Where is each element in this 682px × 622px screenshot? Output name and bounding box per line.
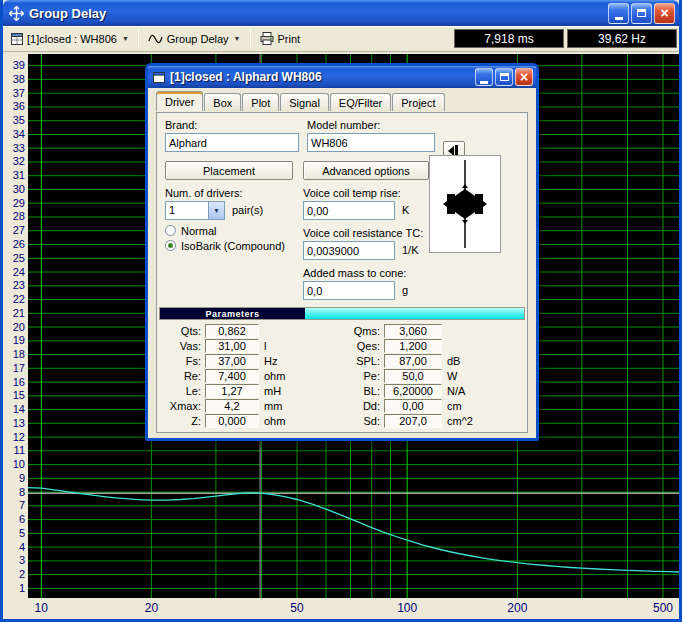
parameter-value[interactable]: 6,20000 — [384, 384, 442, 398]
y-tick-label: 9 — [5, 472, 25, 484]
y-tick-label: 31 — [5, 169, 25, 181]
parameter-unit: ohm — [264, 370, 285, 382]
parameter-value[interactable]: 87,00 — [384, 354, 442, 368]
parameter-unit: ohm — [264, 415, 285, 427]
model-input[interactable] — [307, 133, 435, 152]
parameter-row: Xmax: 4,2 mm — [159, 398, 342, 413]
y-tick-label: 3 — [5, 554, 25, 566]
parameter-label: Dd: — [342, 400, 380, 412]
num-drivers-combo[interactable]: 1 ▼ — [165, 201, 225, 220]
dialog-tab[interactable]: Driver — [156, 91, 203, 111]
dialog-titlebar[interactable]: [1]closed : Alphard WH806 × — [148, 66, 536, 88]
minimize-button[interactable] — [608, 3, 629, 24]
parameter-row: Qes: 1,200 — [342, 338, 525, 353]
vc-temp-input[interactable] — [303, 201, 395, 220]
y-tick-label: 32 — [5, 155, 25, 167]
dialog-maximize-button[interactable] — [495, 68, 513, 86]
y-tick-label: 21 — [5, 307, 25, 319]
y-tick-label: 36 — [5, 100, 25, 112]
y-tick-label: 23 — [5, 279, 25, 291]
combo-caret-icon[interactable]: ▼ — [208, 202, 224, 219]
parameters-header-label: Parameters — [160, 308, 305, 319]
chart-y-axis: 3938373635343332313029282726252423222120… — [3, 54, 28, 598]
window-titlebar[interactable]: Group Delay × — [3, 0, 679, 26]
vc-tc-input[interactable] — [303, 241, 395, 260]
dialog-close-button[interactable]: × — [515, 68, 533, 86]
dialog-tab[interactable]: Box — [204, 93, 241, 111]
added-mass-input[interactable] — [303, 281, 395, 300]
parameter-value[interactable]: 1,200 — [384, 339, 442, 353]
y-tick-label: 17 — [5, 362, 25, 374]
parameter-row: Dd: 0,00 cm — [342, 398, 525, 413]
group-delay-window: Group Delay × [1]closed : WH806 ▼ Group … — [0, 0, 682, 622]
parameter-unit: W — [447, 370, 457, 382]
dialog-tab[interactable]: EQ/Filter — [330, 93, 391, 111]
model-label: Model number: — [307, 119, 380, 131]
dialog-minimize-button[interactable] — [475, 68, 493, 86]
y-tick-label: 30 — [5, 183, 25, 195]
project-selector-label: [1]closed : WH806 — [27, 33, 117, 45]
parameter-label: Sd: — [342, 415, 380, 427]
close-icon: × — [660, 6, 668, 20]
parameter-value[interactable]: 207,0 — [384, 414, 442, 428]
dialog-icon — [153, 72, 165, 83]
added-mass-unit: g — [402, 284, 408, 296]
parameter-value[interactable]: 1,27 — [205, 384, 259, 398]
dialog-tabs: DriverBoxPlotSignalEQ/FilterProject — [156, 91, 528, 112]
close-button[interactable]: × — [654, 3, 675, 24]
toolbar-separator — [250, 30, 251, 48]
y-tick-label: 39 — [5, 59, 25, 71]
plot-type-button[interactable]: Group Delay ▼ — [142, 31, 247, 47]
y-tick-label: 8 — [5, 486, 25, 498]
parameter-value[interactable]: 31,00 — [205, 339, 259, 353]
y-tick-label: 10 — [5, 458, 25, 470]
plot-type-label: Group Delay — [167, 33, 229, 45]
y-tick-label: 18 — [5, 348, 25, 360]
frequency-readout: 39,62 Hz — [567, 29, 677, 48]
parameter-unit: mH — [264, 385, 281, 397]
parameter-value[interactable]: 0,00 — [384, 399, 442, 413]
y-tick-label: 35 — [5, 114, 25, 126]
y-tick-label: 2 — [5, 568, 25, 580]
y-tick-label: 27 — [5, 224, 25, 236]
parameter-value[interactable]: 3,060 — [384, 324, 442, 338]
parameter-value[interactable]: 50,0 — [384, 369, 442, 383]
maximize-button[interactable] — [631, 3, 652, 24]
parameter-label: Fs: — [159, 355, 201, 367]
parameter-label: Vas: — [159, 340, 201, 352]
cursor-readouts: 7,918 ms 39,62 Hz — [454, 29, 677, 48]
driver-mode-radio[interactable]: IsoBarik (Compound) — [165, 238, 285, 253]
print-icon — [260, 32, 274, 45]
dialog-tab[interactable]: Project — [392, 93, 444, 111]
parameter-value[interactable]: 4,2 — [205, 399, 259, 413]
placement-button[interactable]: Placement — [165, 161, 293, 180]
advanced-options-button[interactable]: Advanced options — [303, 161, 429, 180]
waveform-icon — [148, 33, 163, 45]
parameter-label: Qms: — [342, 325, 380, 337]
parameter-unit: N/A — [447, 385, 465, 397]
dialog-tab[interactable]: Plot — [242, 93, 279, 111]
y-tick-label: 16 — [5, 376, 25, 388]
parameter-label: Qes: — [342, 340, 380, 352]
dialog-tab[interactable]: Signal — [280, 93, 329, 111]
parameter-value[interactable]: 0,000 — [205, 414, 259, 428]
parameter-value[interactable]: 0,862 — [205, 324, 259, 338]
y-tick-label: 12 — [5, 431, 25, 443]
parameter-row: Qts: 0,862 — [159, 323, 342, 338]
parameter-label: Xmax: — [159, 400, 201, 412]
y-tick-label: 37 — [5, 87, 25, 99]
print-button[interactable]: Print — [254, 30, 307, 47]
x-tick-label: 10 — [35, 601, 48, 615]
driver-mode-group: Normal IsoBarik (Compound) — [165, 223, 285, 253]
caret-down-icon: ▼ — [234, 35, 241, 42]
pairs-label: pair(s) — [232, 204, 263, 216]
parameter-label: Pe: — [342, 370, 380, 382]
x-tick-label: 50 — [290, 601, 303, 615]
driver-mode-radio[interactable]: Normal — [165, 223, 285, 238]
project-selector-button[interactable]: [1]closed : WH806 ▼ — [5, 31, 135, 47]
brand-input[interactable] — [165, 133, 299, 152]
driver-tab-panel: Brand: Model number: Placement Advanced … — [156, 112, 528, 433]
parameter-row: Sd: 207,0 cm^2 — [342, 413, 525, 428]
parameter-value[interactable]: 37,00 — [205, 354, 259, 368]
parameter-value[interactable]: 7,400 — [205, 369, 259, 383]
